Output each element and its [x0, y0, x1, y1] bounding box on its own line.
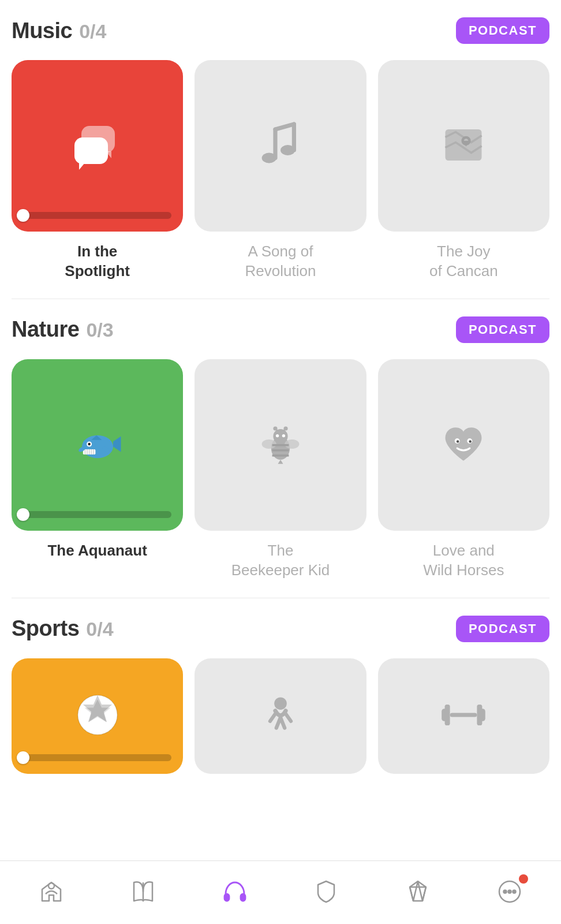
svg-point-65: [503, 890, 506, 893]
notification-dot: [519, 874, 528, 884]
music-section: Music 0/4 PODCAST: [12, 17, 549, 299]
card-label-song-revolution: A Song ofRevolution: [245, 242, 316, 281]
nav-gem[interactable]: [395, 873, 441, 912]
nav-shield[interactable]: [303, 873, 349, 912]
svg-rect-57: [241, 894, 245, 901]
svg-marker-36: [278, 460, 283, 464]
svg-point-54: [48, 883, 54, 889]
card-wild-horses[interactable]: Love andWild Horses: [378, 359, 549, 580]
svg-point-12: [88, 442, 91, 445]
nav-learn[interactable]: [120, 873, 166, 912]
card-sports-3[interactable]: [378, 658, 549, 784]
nature-section-header: Nature 0/3 PODCAST: [12, 316, 549, 343]
svg-line-46: [280, 717, 285, 728]
svg-rect-53: [450, 713, 477, 717]
music-title: Music: [12, 18, 72, 43]
card-label-aquanaut: The Aquanaut: [47, 541, 147, 561]
svg-point-29: [276, 434, 279, 437]
nature-podcast-badge[interactable]: PODCAST: [456, 316, 549, 343]
progress-knob-spotlight: [17, 209, 29, 222]
heart-face-icon: [437, 418, 489, 472]
card-joy-cancan[interactable]: The Joyof Cancan: [378, 60, 549, 281]
svg-point-24: [273, 429, 287, 443]
svg-point-44: [274, 697, 287, 710]
nature-title: Nature: [12, 317, 79, 342]
card-image-sports-3: [378, 658, 549, 774]
nature-count: 0/3: [86, 319, 113, 341]
home-icon: [38, 878, 65, 908]
bottom-nav: [0, 860, 561, 924]
card-label-beekeeper: TheBeekeeper Kid: [231, 541, 330, 580]
shark-icon: [72, 418, 124, 472]
card-image-song-revolution: [195, 60, 366, 232]
svg-rect-50: [445, 705, 450, 725]
music-count: 0/4: [79, 20, 106, 43]
card-label-joy-cancan: The Joyof Cancan: [429, 242, 498, 281]
svg-line-60: [410, 887, 413, 901]
svg-marker-22: [113, 436, 121, 452]
more-icon: [496, 878, 523, 908]
card-label-in-the-spotlight: In theSpotlight: [65, 242, 130, 281]
card-image-wild-horses: [378, 359, 549, 531]
card-sports-1[interactable]: [12, 658, 183, 784]
bubble-front: [74, 137, 108, 164]
card-image-sports-1: [12, 658, 183, 774]
sports-title: Sports: [12, 616, 79, 641]
card-image-sports-2: [195, 658, 366, 774]
card-song-revolution[interactable]: A Song ofRevolution: [195, 60, 366, 281]
weights-icon: [437, 689, 489, 743]
progress-knob-sports1: [17, 751, 29, 764]
music-note-icon: [255, 119, 306, 173]
music-title-wrap: Music 0/4: [12, 18, 106, 43]
gem-icon: [404, 878, 432, 908]
sports-podcast-badge[interactable]: PODCAST: [456, 616, 549, 642]
nav-more[interactable]: [487, 873, 533, 912]
svg-line-48: [285, 712, 291, 721]
music-section-header: Music 0/4 PODCAST: [12, 17, 549, 44]
person-run-icon: [255, 689, 306, 743]
card-sports-2[interactable]: [195, 658, 366, 784]
sports-section: Sports 0/4 PODCAST: [12, 616, 549, 802]
card-image-joy-cancan: [378, 60, 549, 232]
svg-rect-56: [225, 894, 229, 901]
card-image-aquanaut: [12, 359, 183, 531]
svg-point-40: [469, 440, 472, 443]
bee-icon: [255, 418, 306, 472]
progress-bar-spotlight: [23, 212, 171, 219]
progress-bar-aquanaut: [23, 511, 171, 518]
svg-rect-52: [477, 705, 483, 725]
main-content: Music 0/4 PODCAST: [0, 0, 561, 888]
svg-point-67: [513, 890, 515, 893]
nav-home[interactable]: [28, 873, 74, 912]
nature-cards-grid: The Aquanaut: [12, 359, 549, 580]
sports-cards-grid: [12, 658, 549, 784]
nav-listen[interactable]: [212, 873, 258, 912]
card-label-wild-horses: Love andWild Horses: [423, 541, 504, 580]
svg-line-63: [422, 887, 426, 901]
progress-knob-aquanaut: [17, 508, 29, 521]
svg-point-39: [457, 440, 459, 443]
nature-section: Nature 0/3 PODCAST: [12, 316, 549, 598]
progress-bar-sports1: [23, 754, 171, 761]
card-in-the-spotlight[interactable]: In theSpotlight: [12, 60, 183, 281]
map-icon: [437, 119, 489, 173]
nature-title-wrap: Nature 0/3: [12, 317, 114, 342]
svg-line-47: [270, 712, 276, 721]
headphones-icon: [221, 878, 249, 908]
card-image-in-the-spotlight: [12, 60, 183, 232]
chat-icon: [74, 126, 121, 166]
music-podcast-badge[interactable]: PODCAST: [456, 17, 549, 44]
book-icon: [129, 878, 157, 908]
sports-title-wrap: Sports 0/4: [12, 616, 114, 641]
shield-icon: [312, 878, 340, 908]
svg-point-30: [282, 434, 285, 437]
sports-count: 0/4: [86, 618, 113, 640]
card-beekeeper-kid[interactable]: TheBeekeeper Kid: [195, 359, 366, 580]
card-image-beekeeper: [195, 359, 366, 531]
svg-line-4: [275, 124, 294, 129]
soccer-icon: [72, 689, 124, 743]
card-aquanaut[interactable]: The Aquanaut: [12, 359, 183, 580]
svg-point-66: [508, 890, 511, 893]
music-cards-grid: In theSpotlight A Song ofRevol: [12, 60, 549, 281]
sports-section-header: Sports 0/4 PODCAST: [12, 616, 549, 642]
